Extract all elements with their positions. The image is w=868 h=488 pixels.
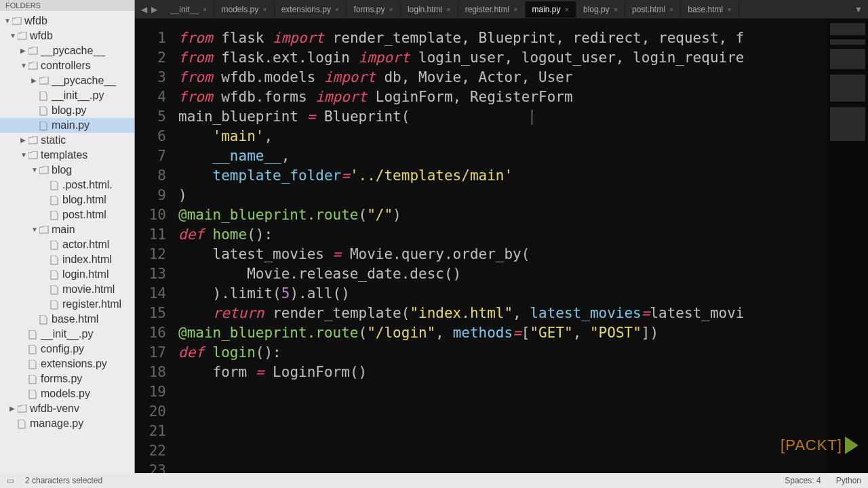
- minimap[interactable]: [827, 19, 868, 473]
- tree-item-label: wfdb: [30, 29, 53, 43]
- tree-file[interactable]: extensions.py: [0, 357, 134, 371]
- tree-file[interactable]: register.html: [0, 297, 134, 312]
- code-area: 1234567891011121314151617181920212223 fr…: [135, 19, 868, 473]
- panel-switch-icon[interactable]: ▭: [7, 476, 14, 485]
- file-icon: [28, 360, 38, 368]
- tab-label: register.html: [465, 5, 509, 14]
- tree-item-label: wfdb-venv: [30, 402, 79, 415]
- tree-item-label: actor.html: [62, 238, 109, 251]
- tree-folder[interactable]: ▼templates: [0, 148, 134, 163]
- caret-icon: ▼: [20, 62, 27, 70]
- tab[interactable]: __init__×: [163, 1, 214, 18]
- play-icon: [845, 436, 859, 454]
- tab[interactable]: base.html×: [681, 1, 738, 18]
- tree-item-label: movie.html: [62, 283, 115, 296]
- folder-icon: [28, 62, 38, 70]
- caret-icon: ▼: [4, 17, 11, 26]
- file-icon: [50, 285, 60, 293]
- tree-file[interactable]: blog.py: [0, 103, 134, 118]
- tree-file[interactable]: models.py: [0, 386, 134, 401]
- tree-file[interactable]: __init__.py: [0, 88, 134, 103]
- tab[interactable]: main.py×: [526, 1, 576, 18]
- close-icon[interactable]: ×: [727, 5, 731, 14]
- close-icon[interactable]: ×: [565, 5, 569, 14]
- close-icon[interactable]: ×: [669, 5, 673, 14]
- status-selection: 2 characters selected: [25, 476, 102, 485]
- tree-file[interactable]: blog.html: [0, 192, 134, 207]
- tree-file[interactable]: manage.py: [0, 416, 134, 431]
- close-icon[interactable]: ×: [513, 5, 517, 14]
- tab-label: models.py: [221, 5, 258, 14]
- tree-folder[interactable]: ▶static: [0, 133, 134, 148]
- tab[interactable]: forms.py×: [347, 1, 400, 18]
- tree-item-label: config.py: [41, 342, 84, 356]
- folder-icon: [39, 77, 49, 85]
- tree-folder[interactable]: ▼blog: [0, 163, 134, 178]
- close-icon[interactable]: ×: [389, 5, 393, 14]
- sidebar-header: FOLDERS: [0, 0, 134, 11]
- tree-item-label: blog: [52, 163, 72, 177]
- tree-item-label: templates: [41, 148, 87, 162]
- caret-icon: ▶: [9, 405, 16, 413]
- folder-icon: [39, 226, 49, 234]
- caret-icon: ▶: [31, 77, 38, 85]
- editor-pane: ◀ ▶ __init__×models.py×extensions.py×for…: [135, 0, 868, 473]
- tree-folder[interactable]: ▼main: [0, 222, 134, 237]
- file-icon: [50, 270, 60, 279]
- tab[interactable]: blog.py×: [576, 1, 625, 18]
- tree-file[interactable]: .post.html.: [0, 178, 134, 192]
- tree-item-label: base.html: [52, 312, 98, 326]
- close-icon[interactable]: ×: [262, 5, 267, 14]
- tree-folder[interactable]: ▶__pycache__: [0, 43, 134, 58]
- folder-icon: [18, 32, 27, 40]
- text-cursor: [532, 110, 532, 125]
- tab[interactable]: login.html×: [401, 1, 458, 18]
- tab-label: login.html: [408, 5, 442, 14]
- close-icon[interactable]: ×: [446, 5, 450, 14]
- tab-overflow-icon[interactable]: ▼: [849, 5, 868, 14]
- caret-icon: ▼: [9, 32, 16, 41]
- tree-folder[interactable]: ▶__pycache__: [0, 73, 134, 88]
- tree-item-label: post.html: [62, 208, 106, 222]
- tab-label: post.html: [632, 5, 665, 14]
- caret-icon: ▼: [20, 151, 27, 160]
- tree-file[interactable]: main.py: [0, 118, 134, 133]
- nav-back-icon[interactable]: ◀: [139, 5, 149, 14]
- packt-logo: [PACKT]: [781, 436, 859, 454]
- close-icon[interactable]: ×: [614, 5, 618, 14]
- tree-file[interactable]: post.html: [0, 207, 134, 222]
- tree-file[interactable]: actor.html: [0, 237, 134, 252]
- tree-folder[interactable]: ▼wfdb: [0, 14, 134, 28]
- tree-item-label: index.html: [62, 253, 112, 266]
- file-icon: [39, 315, 49, 323]
- tree-folder[interactable]: ▶wfdb-venv: [0, 401, 134, 416]
- tree-item-label: __init__.py: [41, 327, 93, 341]
- code-content[interactable]: from flask import render_template, Bluep…: [173, 19, 827, 473]
- tree-file[interactable]: index.html: [0, 252, 134, 267]
- tab[interactable]: models.py×: [214, 1, 274, 18]
- status-spaces[interactable]: Spaces: 4: [785, 476, 821, 485]
- file-icon: [50, 181, 60, 189]
- tree-file[interactable]: config.py: [0, 342, 134, 357]
- tab[interactable]: register.html×: [458, 1, 526, 18]
- file-icon: [28, 330, 38, 338]
- tab-label: __init__: [170, 5, 199, 14]
- nav-forward-icon[interactable]: ▶: [149, 5, 159, 14]
- tree-folder[interactable]: ▼wfdb: [0, 28, 134, 43]
- tree-file[interactable]: forms.py: [0, 371, 134, 386]
- folder-icon: [12, 17, 22, 25]
- tree-file[interactable]: login.html: [0, 267, 134, 282]
- tab[interactable]: post.html×: [625, 1, 681, 18]
- tree-file[interactable]: __init__.py: [0, 327, 134, 342]
- caret-icon: ▶: [20, 136, 27, 145]
- tab[interactable]: extensions.py×: [275, 1, 347, 18]
- tree-file[interactable]: base.html: [0, 312, 134, 327]
- status-syntax[interactable]: Python: [836, 476, 861, 485]
- file-icon: [50, 241, 60, 249]
- tree-folder[interactable]: ▼controllers: [0, 58, 134, 73]
- close-icon[interactable]: ×: [203, 5, 207, 14]
- tree-file[interactable]: movie.html: [0, 282, 134, 297]
- tree-item-label: models.py: [41, 387, 90, 401]
- tree-item-label: main.py: [52, 119, 90, 132]
- close-icon[interactable]: ×: [335, 5, 339, 14]
